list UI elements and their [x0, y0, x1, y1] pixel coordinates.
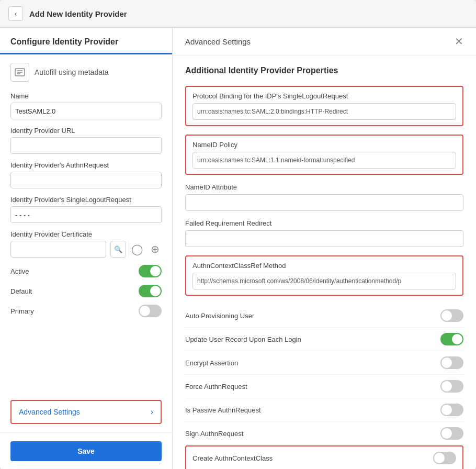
modal-container: ‹ Add New Identity Provider Configure Id… — [0, 0, 476, 469]
is-passive-label: Is Passive AuthnRequest — [185, 406, 261, 414]
autofill-icon — [10, 63, 29, 82]
auto-provisioning-label: Auto Provisioning User — [185, 312, 254, 320]
certificate-row: 🔍 ◯ ⊕ — [10, 241, 162, 258]
failed-redirect-group: Failed Requirement Redirect — [185, 219, 463, 247]
authn-request-field-group: Identity Provider's AuthnRequest — [10, 161, 162, 188]
certificate-field-group: Identity Provider Certificate 🔍 ◯ ⊕ — [10, 230, 162, 258]
encrypt-assertion-toggle[interactable] — [440, 356, 463, 369]
create-authn-context-toggle-row: Create AuthnContextClass — [185, 445, 463, 469]
section-title: Additional Identity Provider Properties — [185, 66, 463, 75]
active-label: Active — [10, 267, 29, 275]
back-button[interactable]: ‹ — [8, 6, 23, 21]
single-logout-field-group: Identity Provider's SingleLogoutRequest — [10, 196, 162, 223]
certificate-label: Identity Provider Certificate — [10, 230, 162, 238]
modal-title: Add New Identity Provider — [29, 9, 127, 18]
default-toggle-row: Default — [10, 285, 162, 297]
authn-request-input[interactable] — [10, 172, 162, 188]
sign-authn-label: Sign AuthnRequest — [185, 430, 243, 438]
right-panel-title: Advanced Settings — [185, 37, 251, 46]
force-authn-label: Force AuthnRequest — [185, 383, 247, 390]
primary-label: Primary — [10, 307, 34, 315]
auto-provisioning-toggle[interactable] — [440, 309, 463, 322]
is-passive-toggle[interactable] — [440, 404, 463, 416]
protocol-binding-input[interactable] — [192, 103, 456, 120]
update-user-toggle-row: Update User Record Upon Each Login — [185, 328, 463, 351]
modal-header: ‹ Add New Identity Provider — [0, 0, 476, 28]
name-label: Name — [10, 92, 162, 100]
nameid-policy-label: NameID Policy — [192, 141, 456, 149]
nameid-policy-group: NameID Policy — [185, 135, 463, 175]
create-authn-context-toggle[interactable] — [433, 452, 456, 464]
update-user-label: Update User Record Upon Each Login — [185, 336, 301, 343]
protocol-binding-label: Protocol Binding for the IDP's SingleLog… — [192, 92, 456, 100]
certificate-add-button[interactable]: ⊕ — [148, 242, 162, 256]
idp-url-input[interactable] — [10, 137, 162, 154]
certificate-input[interactable] — [10, 241, 106, 258]
failed-redirect-label: Failed Requirement Redirect — [185, 219, 463, 227]
sign-authn-toggle[interactable] — [440, 427, 463, 440]
name-input[interactable] — [10, 103, 162, 119]
search-icon: 🔍 — [114, 245, 122, 253]
nameid-attribute-input[interactable] — [185, 194, 463, 211]
force-authn-toggle-row: Force AuthnRequest — [185, 375, 463, 398]
save-button[interactable]: Save — [10, 441, 162, 461]
is-passive-toggle-row: Is Passive AuthnRequest — [185, 398, 463, 422]
advanced-settings-link[interactable]: Advanced Settings › — [10, 400, 162, 424]
left-panel-header: Configure Identity Provider — [0, 28, 172, 54]
sign-authn-toggle-row: Sign AuthnRequest — [185, 422, 463, 445]
nameid-attribute-group: NameID Attribute — [185, 183, 463, 211]
right-panel-content: Additional Identity Provider Properties … — [173, 55, 476, 469]
active-toggle-row: Active — [10, 265, 162, 277]
plus-circle-icon: ⊕ — [151, 243, 160, 255]
force-authn-toggle[interactable] — [440, 380, 463, 393]
active-toggle[interactable] — [139, 265, 162, 277]
primary-toggle[interactable] — [139, 305, 162, 317]
left-panel: Configure Identity Provider Autofill usi… — [0, 28, 173, 469]
back-icon: ‹ — [15, 9, 17, 18]
encrypt-assertion-label: Encrypt Assertion — [185, 359, 238, 367]
protocol-binding-group: Protocol Binding for the IDP's SingleLog… — [185, 86, 463, 126]
autofill-row[interactable]: Autofill using metadata — [10, 63, 162, 82]
authn-context-input[interactable] — [192, 273, 456, 289]
minus-circle-icon: ◯ — [131, 243, 143, 255]
encrypt-assertion-toggle-row: Encrypt Assertion — [185, 351, 463, 375]
right-panel-header: Advanced Settings ✕ — [173, 28, 476, 55]
auto-provisioning-toggle-row: Auto Provisioning User — [185, 304, 463, 328]
left-panel-title: Configure Identity Provider — [10, 37, 162, 53]
failed-redirect-input[interactable] — [185, 230, 463, 247]
idp-url-field-group: Identity Provider URL — [10, 127, 162, 154]
default-toggle[interactable] — [139, 285, 162, 297]
update-user-toggle[interactable] — [440, 333, 463, 345]
save-section: Save — [0, 432, 172, 469]
right-panel: Advanced Settings ✕ Additional Identity … — [173, 28, 476, 469]
nameid-attribute-label: NameID Attribute — [185, 183, 463, 191]
advanced-settings-label: Advanced Settings — [19, 408, 80, 416]
close-icon: ✕ — [455, 36, 463, 47]
authn-context-group: AuthnContextClassRef Method — [185, 255, 463, 296]
name-field-group: Name — [10, 92, 162, 119]
single-logout-label: Identity Provider's SingleLogoutRequest — [10, 196, 162, 204]
left-panel-content: Autofill using metadata Name Identity Pr… — [0, 54, 172, 396]
default-label: Default — [10, 287, 32, 295]
chevron-right-icon: › — [151, 407, 153, 417]
create-authn-context-label: Create AuthnContextClass — [192, 454, 273, 462]
close-button[interactable]: ✕ — [455, 36, 463, 47]
primary-toggle-row: Primary — [10, 305, 162, 317]
autofill-label: Autofill using metadata — [35, 68, 109, 76]
modal-body: Configure Identity Provider Autofill usi… — [0, 28, 476, 469]
single-logout-input[interactable] — [10, 206, 162, 223]
certificate-search-button[interactable]: 🔍 — [110, 241, 126, 258]
authn-request-label: Identity Provider's AuthnRequest — [10, 161, 162, 169]
authn-context-label: AuthnContextClassRef Method — [192, 262, 456, 270]
idp-url-label: Identity Provider URL — [10, 127, 162, 135]
nameid-policy-input[interactable] — [192, 152, 456, 169]
certificate-remove-button[interactable]: ◯ — [130, 242, 144, 256]
